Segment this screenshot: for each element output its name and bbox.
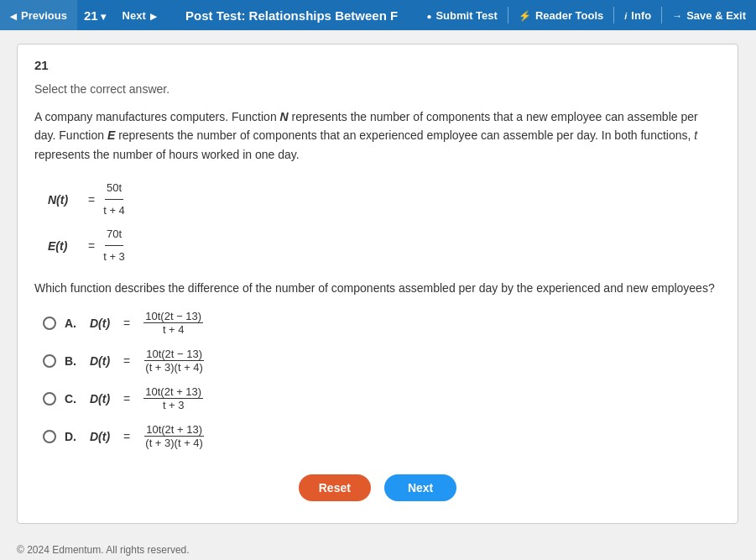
question-number: 21 [84,8,98,23]
next-arrow-icon [150,9,157,22]
problem-text-1: A company manufactures computers. Functi… [34,110,280,123]
question-card: 21 Select the correct answer. A company … [17,44,738,524]
question-prompt: Which function describes the difference … [34,281,721,295]
nav-right-actions: Submit Test Reader Tools Info Save & Exi… [416,0,756,30]
problem-text-3: represents the number of components that… [115,128,694,142]
formula-N-var: N(t) [48,188,81,212]
top-navigation: Previous 21 Next Post Test: Relationship… [0,0,756,30]
formula-E-equals: = [88,234,95,258]
formula-E-numer: 70t [105,223,123,246]
chevron-down-icon [101,8,106,23]
copyright-text: © 2024 Edmentum. All rights reserved. [17,544,190,556]
choice-label-3: D. [65,430,81,443]
choice-fraction-2: 10t(2t + 13)t + 3 [143,385,203,411]
exit-icon [672,9,682,22]
problem-E: E [107,128,115,142]
info-icon [624,9,627,22]
question-number-display: 21 [34,58,721,72]
radio-a[interactable] [43,317,56,330]
choice-fraction-3: 10t(2t + 13)(t + 3)(t + 4) [143,423,205,449]
choice-fraction-0: 10t(2t − 13)t + 4 [143,310,203,336]
problem-text-4: represents the number of hours worked in… [34,148,300,161]
problem-N: N [280,110,289,123]
choice-denom-1: (t + 3)(t + 4) [143,361,205,374]
choice-eq-2: = [123,392,130,406]
choice-func-2: D(t) [90,392,110,406]
action-buttons: Reset Next [34,474,721,501]
choice-label-2: C. [65,392,81,406]
choice-numer-1: 10t(2t − 13) [144,348,204,361]
formula-N-row: N(t) = 50t t + 4 [48,177,721,222]
instruction-text: Select the correct answer. [34,82,721,96]
info-label: Info [631,9,651,22]
submit-icon [426,9,431,22]
previous-button[interactable]: Previous [0,0,77,30]
info-button[interactable]: Info [614,0,661,30]
choice-fraction-1: 10t(2t − 13)(t + 3)(t + 4) [143,348,205,374]
formula-N-fraction: 50t t + 4 [102,177,127,222]
answer-choices: A.D(t) = 10t(2t − 13)t + 4B.D(t) = 10t(2… [43,310,721,449]
choice-label-1: B. [65,354,81,368]
test-title: Post Test: Relationships Between F [167,8,417,23]
choice-func-0: D(t) [90,317,110,330]
reader-tools-label: Reader Tools [535,9,603,22]
footer: © 2024 Edmentum. All rights reserved. [0,537,756,560]
choice-eq-0: = [123,317,130,330]
choice-func-3: D(t) [90,430,110,443]
answer-choice-d: D.D(t) = 10t(2t + 13)(t + 3)(t + 4) [43,423,721,449]
problem-description: A company manufactures computers. Functi… [34,107,721,164]
choice-numer-0: 10t(2t − 13) [143,310,203,323]
reader-tools-icon [519,9,531,22]
next-button-top[interactable]: Next [112,0,167,30]
previous-arrow-icon [10,9,17,22]
submit-test-button[interactable]: Submit Test [416,0,507,30]
formula-E-denom: t + 3 [102,246,127,268]
formula-E-fraction: 70t t + 3 [102,223,127,268]
choice-label-0: A. [65,317,81,330]
main-content: 21 Select the correct answer. A company … [0,30,756,537]
choice-func-1: D(t) [90,354,110,368]
save-exit-label: Save & Exit [686,9,746,22]
formula-N-denom: t + 4 [102,200,127,222]
choice-eq-1: = [123,354,130,368]
next-button[interactable]: Next [384,474,456,501]
answer-choice-b: B.D(t) = 10t(2t − 13)(t + 3)(t + 4) [43,348,721,374]
choice-denom-3: (t + 3)(t + 4) [143,437,205,449]
reset-button[interactable]: Reset [299,474,371,501]
answer-choice-c: C.D(t) = 10t(2t + 13)t + 3 [43,385,721,411]
choice-denom-2: t + 3 [161,399,186,411]
next-label-top: Next [123,9,146,22]
radio-d[interactable] [43,430,56,443]
choice-numer-3: 10t(2t + 13) [144,423,204,437]
previous-label: Previous [21,9,67,22]
choice-numer-2: 10t(2t + 13) [143,385,203,399]
radio-b[interactable] [43,354,56,368]
submit-label: Submit Test [435,9,497,22]
problem-t: t [694,128,697,142]
formula-N-numer: 50t [105,177,123,200]
formula-E-row: E(t) = 70t t + 3 [48,223,721,268]
radio-c[interactable] [43,392,56,406]
formula-N-equals: = [88,188,95,212]
choice-eq-3: = [123,430,130,443]
answer-choice-a: A.D(t) = 10t(2t − 13)t + 4 [43,310,721,336]
save-exit-button[interactable]: Save & Exit [662,0,756,30]
reader-tools-button[interactable]: Reader Tools [508,0,613,30]
formula-block: N(t) = 50t t + 4 E(t) = 70t t + 3 [48,177,721,268]
question-number-selector[interactable]: 21 [77,0,112,30]
formula-E-var: E(t) [48,234,81,258]
choice-denom-0: t + 4 [161,323,186,336]
